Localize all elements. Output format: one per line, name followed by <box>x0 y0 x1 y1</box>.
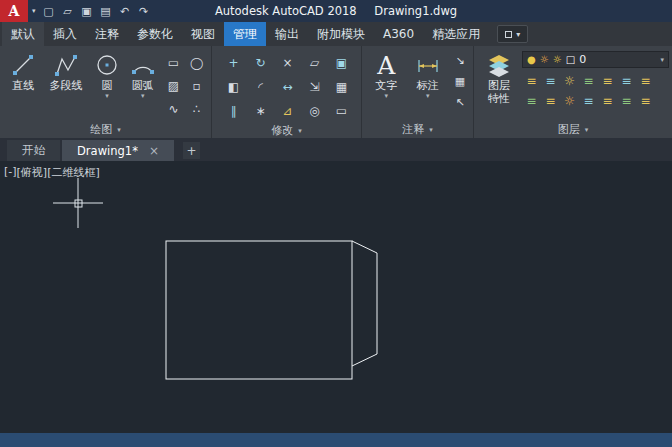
boundary-tool-icon[interactable]: ▫ <box>185 74 208 97</box>
circle-label: 圆 <box>102 79 113 92</box>
line-label: 直线 <box>12 79 34 92</box>
layer-freeze-icon[interactable]: ☼ <box>560 71 579 91</box>
drawn-rectangle <box>166 241 352 379</box>
layer-match-icon[interactable]: ≡ <box>598 71 617 91</box>
viewport-controls: [-][俯视][二维线框] <box>4 165 100 180</box>
dimension-icon <box>414 51 442 79</box>
layer-combo[interactable]: ●☼☼□ 0 ▾ <box>522 51 669 68</box>
ribbon-display-toggle[interactable]: ▾ <box>497 25 528 43</box>
arc-label: 圆弧 <box>132 79 154 92</box>
title-bar: A ▾ ▢▱▣▤↶↷ Autodesk AutoCAD 2018 Drawing… <box>0 0 672 22</box>
copy-icon[interactable]: ▣ <box>328 51 355 75</box>
viewport-control-1[interactable]: [俯视] <box>17 165 48 180</box>
layer-isolate-icon[interactable]: ≡ <box>541 71 560 91</box>
mirror-icon[interactable]: ◧ <box>220 75 247 99</box>
layer-thaw-sun-icon: ☼ <box>553 54 562 65</box>
annotate-panel-title: 注释 <box>402 122 424 137</box>
tab-start[interactable]: 开始 <box>7 140 60 161</box>
rectangle-array-icon[interactable]: ▭ <box>328 99 355 123</box>
new-tab-button[interactable]: + <box>183 142 200 159</box>
ribbon-toggle-caret-icon: ▾ <box>516 30 520 39</box>
app-menu-caret-icon[interactable]: ▾ <box>32 7 36 15</box>
stretch-icon[interactable]: ↔ <box>274 75 301 99</box>
rotate-icon[interactable]: ↻ <box>247 51 274 75</box>
layer-on-all-icon[interactable]: ≡ <box>579 91 598 111</box>
ribbon-tab-A360[interactable]: A360 <box>374 22 423 46</box>
layer-prev-icon[interactable]: ≡ <box>617 71 636 91</box>
panel-label-draw[interactable]: 绘图 ▾ <box>0 121 211 138</box>
layer-delete-icon[interactable]: ≡ <box>617 91 636 111</box>
line-button[interactable]: 直线 <box>5 50 41 92</box>
layer-walk-icon[interactable]: ≡ <box>522 91 541 111</box>
app-menu-button[interactable]: A <box>0 0 28 22</box>
fillet-icon[interactable]: ◜ <box>247 75 274 99</box>
modify-panel-content: +↻×▱▣◧◜↔⇲▦∥∗⊿◎▭ <box>212 46 361 123</box>
ribbon-tab-输出[interactable]: 输出 <box>266 22 308 46</box>
line-icon <box>9 51 37 79</box>
layer-off-icon[interactable]: ≡ <box>522 71 541 91</box>
ribbon-tab-注释[interactable]: 注释 <box>86 22 128 46</box>
measure-icon[interactable]: ⊿ <box>274 99 301 123</box>
arc-flyout-caret-icon[interactable]: ▾ <box>141 92 145 100</box>
drawing-canvas[interactable]: [-][俯视][二维线框] <box>0 161 672 433</box>
new-file-icon[interactable]: ▢ <box>40 1 58 21</box>
polyline-button[interactable]: 多段线 <box>44 50 88 92</box>
hatch-tool-icon[interactable]: ▨ <box>162 74 185 97</box>
leader-icon[interactable]: ↘ <box>450 50 470 71</box>
ribbon-tab-管理[interactable]: 管理 <box>224 22 266 46</box>
ellipse-tool-icon[interactable]: ◯ <box>185 51 208 74</box>
scale-icon[interactable]: ⇲ <box>301 75 328 99</box>
viewport-control-2[interactable]: [二维线框] <box>47 165 100 180</box>
ribbon-tab-精选应用[interactable]: 精选应用 <box>423 22 489 46</box>
layer-color-swatch: □ <box>566 54 575 65</box>
move-icon[interactable]: + <box>220 51 247 75</box>
close-tab-icon[interactable]: × <box>149 144 159 158</box>
undo-icon[interactable]: ↶ <box>116 1 134 21</box>
text-button[interactable]: A 文字 ▾ <box>367 50 406 100</box>
erase-icon[interactable]: ▱ <box>301 51 328 75</box>
layer-current-icon[interactable]: ≡ <box>636 91 655 111</box>
layer-controls: ●☼☼□ 0 ▾ ≡≡☼≡≡≡≡≡≡☼≡≡≡≡ <box>522 50 669 111</box>
layer-properties-button[interactable]: 图层 特性 <box>479 50 519 105</box>
point-tool-icon[interactable]: ∴ <box>185 97 208 120</box>
arc-button[interactable]: 圆弧 ▾ <box>126 50 159 100</box>
join-icon[interactable]: ◎ <box>301 99 328 123</box>
dimension-label: 标注 <box>417 79 439 92</box>
layers-panel-content: 图层 特性 ●☼☼□ 0 ▾ ≡≡☼≡≡≡≡≡≡☼≡≡≡≡ <box>474 46 672 121</box>
ribbon-tab-视图[interactable]: 视图 <box>182 22 224 46</box>
ribbon-tab-默认[interactable]: 默认 <box>2 22 44 46</box>
file-tab-bar: 开始 Drawing1* × + <box>0 138 672 161</box>
panel-label-layers[interactable]: 图层 ▾ <box>474 121 672 138</box>
table-icon[interactable]: ▦ <box>450 71 470 92</box>
ribbon-tab-插入[interactable]: 插入 <box>44 22 86 46</box>
plot-icon[interactable]: ▤ <box>97 1 115 21</box>
array-icon[interactable]: ▦ <box>328 75 355 99</box>
layer-merge-icon[interactable]: ≡ <box>598 91 617 111</box>
explode-icon[interactable]: ∗ <box>247 99 274 123</box>
dimension-flyout-caret-icon[interactable]: ▾ <box>426 92 430 100</box>
layer-unisolate-icon[interactable]: ≡ <box>541 91 560 111</box>
panel-label-annotate[interactable]: 注释 ▾ <box>362 121 473 138</box>
open-folder-icon[interactable]: ▱ <box>59 1 77 21</box>
viewport-control-0[interactable]: [-] <box>4 165 17 180</box>
offset-icon[interactable]: ∥ <box>220 99 247 123</box>
circle-button[interactable]: 圆 ▾ <box>91 50 124 100</box>
tab-drawing1[interactable]: Drawing1* × <box>62 140 174 161</box>
layer-on-bulb-icon: ● <box>527 54 536 65</box>
layer-thaw-all-icon[interactable]: ☼ <box>560 91 579 111</box>
spline-tool-icon[interactable]: ∿ <box>162 97 185 120</box>
multileader-icon[interactable]: ↖ <box>450 92 470 113</box>
redo-icon[interactable]: ↷ <box>135 1 153 21</box>
modify-panel-caret-icon: ▾ <box>298 127 302 135</box>
trim-icon[interactable]: × <box>274 51 301 75</box>
panel-label-modify[interactable]: 修改 ▾ <box>212 123 361 138</box>
ribbon-tab-参数化[interactable]: 参数化 <box>128 22 182 46</box>
ribbon-tab-附加模块[interactable]: 附加模块 <box>308 22 374 46</box>
save-icon[interactable]: ▣ <box>78 1 96 21</box>
text-flyout-caret-icon[interactable]: ▾ <box>384 92 388 100</box>
layer-state-icon[interactable]: ≡ <box>636 71 655 91</box>
rectangle-tool-icon[interactable]: ▭ <box>162 51 185 74</box>
dimension-button[interactable]: 标注 ▾ <box>409 50 448 100</box>
circle-flyout-caret-icon[interactable]: ▾ <box>105 92 109 100</box>
layer-lock-icon[interactable]: ≡ <box>579 71 598 91</box>
